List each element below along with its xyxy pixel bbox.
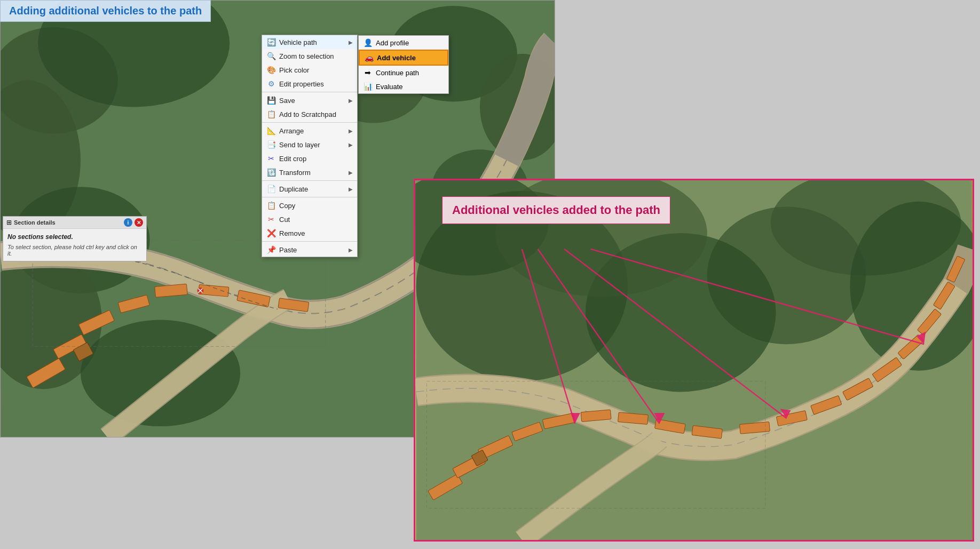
menu-item-send-to-layer[interactable]: 📑 Send to layer ▶: [262, 138, 357, 152]
submenu-item-continue-path[interactable]: ➡ Continue path: [359, 66, 448, 79]
add-vehicle-label: Add vehicle: [377, 54, 416, 62]
arrange-label: Arrange: [279, 127, 345, 135]
transform-label: Transform: [279, 169, 345, 177]
zoom-label: Zoom to selection: [279, 52, 353, 60]
page-title: Adding additional vehicles to the path: [9, 5, 202, 17]
edit-crop-label: Edit crop: [279, 155, 353, 163]
edit-properties-icon: ⚙: [266, 79, 276, 89]
close-icon[interactable]: ✕: [135, 218, 143, 227]
second-aerial-image: Additional vehicles added to the path: [414, 179, 974, 542]
vehicle-path-icon: 🔄: [266, 37, 276, 47]
add-vehicle-icon: 🚗: [364, 53, 374, 62]
send-to-layer-arrow: ▶: [349, 142, 353, 148]
info-icon[interactable]: i: [124, 218, 132, 227]
add-profile-icon: 👤: [363, 38, 373, 47]
pick-color-icon: 🎨: [266, 65, 276, 75]
paste-label: Paste: [279, 246, 345, 254]
vehicle-path-label: Vehicle path: [279, 38, 345, 46]
submenu-item-evaluate[interactable]: 📊 Evaluate: [359, 79, 448, 93]
vehicle-path-submenu: 👤 Add profile 🚗 Add vehicle ➡ Continue p…: [358, 35, 449, 94]
section-details-panel: ⊞ Section details i ✕ No sections select…: [3, 216, 147, 261]
menu-item-save[interactable]: 💾 Save ▶: [262, 93, 357, 107]
separator-3: [262, 180, 357, 181]
menu-item-remove[interactable]: ❌ Remove: [262, 226, 357, 240]
continue-path-icon: ➡: [363, 68, 373, 77]
second-annotation-text: Additional vehicles added to the path: [452, 203, 660, 217]
transform-icon: 🔃: [266, 168, 276, 177]
section-details-body: No sections selected. To select section,…: [3, 229, 146, 261]
zoom-icon: 🔍: [266, 51, 276, 61]
cut-icon: ✂: [266, 214, 276, 224]
title-banner: Adding additional vehicles to the path: [0, 0, 211, 22]
section-details-title: Section details: [14, 219, 122, 226]
svg-point-6: [81, 320, 240, 427]
edit-properties-label: Edit properties: [279, 80, 353, 88]
menu-item-cut[interactable]: ✂ Cut: [262, 212, 357, 226]
menu-item-duplicate[interactable]: 📄 Duplicate ▶: [262, 182, 357, 196]
transform-arrow: ▶: [349, 170, 353, 176]
edit-crop-icon: ✂: [266, 154, 276, 163]
separator-4: [262, 197, 357, 197]
menu-item-edit-properties[interactable]: ⚙ Edit properties: [262, 77, 357, 91]
paste-arrow: ▶: [349, 247, 353, 253]
continue-path-label: Continue path: [376, 69, 419, 77]
duplicate-label: Duplicate: [279, 185, 345, 193]
submenu-item-add-profile[interactable]: 👤 Add profile: [359, 36, 448, 50]
menu-item-edit-crop[interactable]: ✂ Edit crop: [262, 152, 357, 165]
menu-item-paste[interactable]: 📌 Paste ▶: [262, 243, 357, 257]
menu-item-vehicle-path[interactable]: 🔄 Vehicle path ▶ 👤 Add profile 🚗 Add veh…: [262, 35, 357, 49]
copy-label: Copy: [279, 202, 353, 210]
add-profile-label: Add profile: [376, 39, 409, 47]
arrange-icon: 📐: [266, 126, 276, 136]
remove-icon: ❌: [266, 228, 276, 238]
paste-icon: 📌: [266, 245, 276, 254]
separator-2: [262, 122, 357, 123]
save-icon: 💾: [266, 96, 276, 105]
evaluate-label: Evaluate: [376, 83, 403, 91]
submenu-item-add-vehicle[interactable]: 🚗 Add vehicle: [359, 50, 448, 66]
scratchpad-icon: 📋: [266, 109, 276, 119]
duplicate-arrow: ▶: [349, 186, 353, 192]
separator-5: [262, 241, 357, 242]
pick-color-label: Pick color: [279, 66, 353, 74]
arrange-arrow: ▶: [349, 128, 353, 134]
send-to-layer-icon: 📑: [266, 140, 276, 149]
menu-item-transform[interactable]: 🔃 Transform ▶: [262, 165, 357, 179]
save-label: Save: [279, 97, 345, 105]
cut-label: Cut: [279, 216, 353, 224]
second-annotation-box: Additional vehicles added to the path: [442, 196, 670, 224]
context-menu: 🔄 Vehicle path ▶ 👤 Add profile 🚗 Add veh…: [262, 35, 358, 257]
menu-item-arrange[interactable]: 📐 Arrange ▶: [262, 124, 357, 138]
save-arrow: ▶: [349, 98, 353, 104]
menu-item-add-scratchpad[interactable]: 📋 Add to Scratchpad: [262, 107, 357, 121]
evaluate-icon: 📊: [363, 82, 373, 91]
remove-label: Remove: [279, 229, 353, 237]
submenu-arrow-vehicle-path: ▶: [349, 39, 353, 45]
no-sections-text: No sections selected.: [7, 233, 142, 241]
menu-item-pick-color[interactable]: 🎨 Pick color: [262, 63, 357, 77]
grid-icon: ⊞: [6, 219, 12, 226]
scratchpad-label: Add to Scratchpad: [279, 110, 353, 118]
duplicate-icon: 📄: [266, 184, 276, 194]
send-to-layer-label: Send to layer: [279, 141, 345, 149]
section-details-header: ⊞ Section details i ✕: [3, 217, 146, 229]
menu-item-copy[interactable]: 📋 Copy: [262, 198, 357, 212]
menu-item-zoom-selection[interactable]: 🔍 Zoom to selection: [262, 49, 357, 63]
separator-1: [262, 92, 357, 92]
select-hint-text: To select section, please hold ctrl key …: [7, 244, 142, 257]
copy-icon: 📋: [266, 201, 276, 210]
